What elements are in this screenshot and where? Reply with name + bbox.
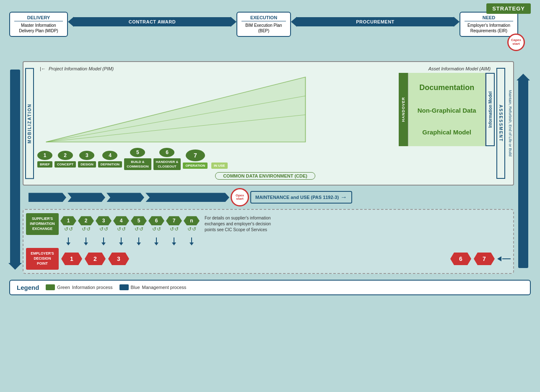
- stage-2-group: 2 CONCEPT: [55, 151, 76, 168]
- sup-grp-5: 5 ↺↺: [131, 216, 147, 232]
- stage-6-label: HANDOVER &CLOSEOUT: [153, 158, 181, 170]
- supplier-info-box: SUPPLIER'SINFORMATIONEXCHANGE: [26, 213, 59, 235]
- emp-d-6: 6: [450, 253, 471, 265]
- execution-title: EXECUTION: [241, 15, 286, 21]
- green-labels-panel: Documentation Non-Graphical Data Graphic…: [408, 73, 485, 146]
- sup-grp-7: 7 ↺↺: [166, 216, 182, 232]
- delivery-title: DELIVERY: [14, 15, 63, 21]
- assessment-label: ASSESSMENT: [496, 68, 505, 179]
- arrow-head-right-2: [454, 17, 460, 27]
- handover-panel: HANDOVER: [399, 73, 408, 146]
- stage-4-label: DEFINITION: [98, 161, 122, 168]
- flow-arrow-3: [106, 193, 144, 202]
- flow-arrows-row: Opex start MAINTENANCE and USE (PAS 1192…: [29, 188, 514, 206]
- stage-7-label: OPERATION: [183, 162, 208, 169]
- aim-label: Asset Information Model (AIM): [428, 66, 491, 71]
- triangle-svg: [36, 73, 399, 146]
- stage-7-group: 7 OPERATION: [183, 150, 208, 169]
- opex-circle: Opex start: [231, 188, 249, 206]
- stage-1-label: BRIEF: [37, 161, 52, 168]
- cde-row: COMMON DATA ENVIRONMENT (CDE): [36, 172, 495, 180]
- capex-circle: Capex start: [507, 34, 525, 51]
- documentation-label: Documentation: [419, 83, 474, 92]
- sup-grp-1: 1 ↺↺: [60, 216, 76, 232]
- down-arrows-row: [26, 237, 511, 245]
- stage-1-oval: 1: [37, 151, 52, 160]
- delivery-box: DELIVERY Master Information Delivery Pla…: [9, 12, 68, 37]
- employer-label-box: EMPLOYER'SDECISIONPOINT: [26, 248, 59, 270]
- stages-row: 1 BRIEF 2 CONCEPT 3 DESIGN: [36, 148, 495, 170]
- right-side-arrow: [516, 61, 531, 276]
- execution-box: EXECUTION BIM Execution Plan (BEP): [236, 12, 291, 37]
- flow-arrow-1: [29, 193, 66, 202]
- sup-grp-2: 2 ↺↺: [78, 216, 94, 232]
- stage-5-group: 5 BUILD &COMMISSION: [124, 148, 151, 170]
- legend-item-green: Green Information process: [46, 284, 112, 290]
- stage-inuse-group: IN USE: [210, 150, 229, 169]
- svg-marker-0: [46, 77, 306, 142]
- stage-inuse-label: IN USE: [211, 162, 228, 169]
- need-content: Employer's Information Requirements (EIR…: [465, 23, 513, 34]
- stage-4-oval: 4: [102, 151, 117, 160]
- stage-3-label: DESIGN: [78, 161, 96, 168]
- flow-arrow-4: [145, 193, 229, 202]
- pim-aim-bar: |← Project Information Model (PIM) Asset…: [36, 65, 495, 72]
- cde-label: COMMON DATA ENVIRONMENT (CDE): [215, 172, 315, 180]
- emp-d-7: 7: [474, 253, 495, 265]
- maintenance-label: MAINTENANCE and USE (PAS 1192-3) →: [250, 191, 352, 204]
- employer-row: EMPLOYER'SDECISIONPOINT 1 2 3 6 7: [26, 248, 511, 270]
- sup-grp-n: n ↺↺: [184, 216, 200, 232]
- stage-5-label: BUILD &COMMISSION: [124, 158, 151, 170]
- legend-section: Legend Green Information process Blue Ma…: [9, 280, 531, 295]
- mobilization-label: MOBILIZATION: [25, 68, 34, 179]
- note-text: For details on supplier's information ex…: [205, 215, 280, 233]
- stage-6-oval: 6: [159, 148, 174, 157]
- strategy-badge: STRATEGY: [486, 3, 531, 14]
- arrow-head-left-2: [291, 17, 297, 27]
- stage-7-oval: 7: [186, 150, 205, 161]
- info-model-label: Information Model: [485, 73, 495, 146]
- sup-grp-6: 6 ↺↺: [148, 216, 164, 232]
- emp-d-2: 2: [85, 253, 106, 265]
- diagram-main-content: |← Project Information Model (PIM) Asset…: [36, 65, 495, 181]
- legend-item-blue: Blue Management process: [119, 284, 187, 290]
- need-capex-group: NEED Employer's Information Requirements…: [460, 12, 518, 51]
- diagram-box: MOBILIZATION |← Project Information Mode…: [23, 61, 514, 186]
- delivery-content: Master Information Delivery Plan (MIDP): [14, 23, 63, 34]
- execution-content: BIM Execution Plan (BEP): [241, 23, 286, 34]
- contract-award-label: CONTRACT AWARD: [74, 17, 231, 26]
- left-side-arrow: [9, 61, 21, 276]
- graphical-label: Graphical Model: [422, 129, 471, 136]
- non-graphical-label: Non-Graphical Data: [418, 107, 476, 114]
- need-box: NEED Employer's Information Requirements…: [460, 12, 518, 37]
- stage-4-group: 4 DEFINITION: [98, 151, 122, 168]
- supplier-top-row: SUPPLIER'SINFORMATIONEXCHANGE 1 ↺↺ 2 ↺↺: [26, 213, 511, 235]
- sup-grp-4: 4 ↺↺: [113, 216, 129, 232]
- flow-arrow-2: [68, 193, 105, 202]
- pim-label: |← Project Information Model (PIM): [40, 66, 114, 71]
- stage-3-oval: 3: [79, 151, 94, 160]
- emp-d-1: 1: [61, 253, 82, 265]
- opex-text2: start: [236, 197, 243, 201]
- sup-grp-3: 3 ↺↺: [96, 216, 112, 232]
- contract-award-arrow: CONTRACT AWARD: [68, 17, 236, 27]
- legend-blue-desc: Management process: [142, 285, 187, 290]
- stage-5-oval: 5: [130, 148, 145, 157]
- procurement-arrow: PROCUREMENT: [291, 17, 460, 27]
- legend-blue-label: Blue: [131, 285, 140, 290]
- legend-green-desc: Information process: [72, 285, 113, 290]
- supplier-section: SUPPLIER'SINFORMATIONEXCHANGE 1 ↺↺ 2 ↺↺: [23, 209, 514, 273]
- need-title: NEED: [465, 15, 513, 21]
- arrow-head-left-1: [68, 17, 74, 27]
- legend-green-label: Green: [57, 285, 70, 290]
- stage-2-label: CONCEPT: [55, 161, 76, 168]
- arrow-head-right-1: [231, 17, 236, 27]
- maintain-label: Maintain, Refurbish, End of Life or Buil…: [508, 68, 512, 179]
- stage-3-group: 3 DESIGN: [78, 151, 96, 168]
- emp-d-3: 3: [108, 253, 129, 265]
- stage-6-group: 6 HANDOVER &CLOSEOUT: [153, 148, 181, 170]
- procurement-label: PROCUREMENT: [297, 17, 454, 26]
- stage-1-group: 1 BRIEF: [37, 151, 52, 168]
- capex-text2: start: [512, 42, 519, 46]
- legend-title: Legend: [17, 284, 39, 291]
